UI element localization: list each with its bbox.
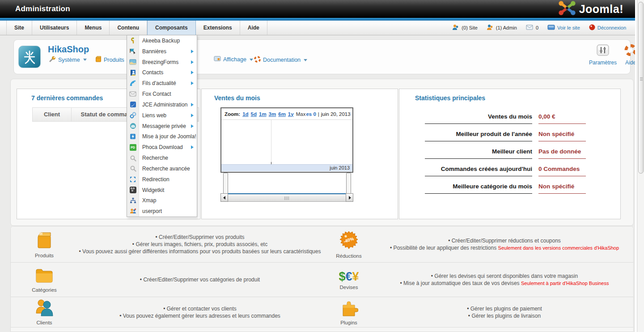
stat-value: Non spécifié [538, 131, 586, 141]
phoca-download-icon: PD [129, 144, 136, 151]
chart-scroll-grip[interactable] [284, 196, 290, 200]
chart-scroll-track[interactable] [228, 193, 346, 202]
plugins-shortcut[interactable]: Plugins [322, 297, 376, 327]
zoom-3m[interactable]: 3m [269, 111, 276, 117]
chart-navigator-handle-right[interactable] [346, 173, 351, 196]
tab-site[interactable]: Site [6, 21, 32, 35]
clients-shortcut[interactable]: Clients [11, 297, 78, 327]
hk-menu-documentation[interactable]: Documentation [254, 56, 307, 64]
joomla-logo-text: Joomla! [579, 3, 623, 16]
chart-plot-area [221, 120, 352, 164]
display-icon [214, 56, 221, 63]
view-site-label: Voir le site [557, 25, 580, 30]
bullet-item: Vous pouvez aussi gérer différentes info… [79, 248, 321, 255]
composants-dropdown-menu: Akeeba Backup Bannières BreezingForms Co… [127, 35, 197, 217]
bullet-item: Gérer et contacter vos clients [163, 305, 237, 312]
chart-overlay-text: es 0 [306, 111, 316, 117]
zoom-5d[interactable]: 5d [251, 111, 257, 117]
stat-row: Meilleur produit de l'année Non spécifié [425, 124, 586, 141]
tab-composants[interactable]: Composants [147, 21, 196, 35]
chart-axis-tick [271, 162, 271, 164]
view-site-link[interactable]: Voir le site [547, 25, 580, 31]
rss-icon [129, 80, 136, 87]
menu-item-phoca-download[interactable]: PD Phoca Download [127, 142, 197, 153]
chart-scroll-right-button[interactable] [346, 193, 353, 202]
orders-col-client[interactable]: Client [32, 107, 72, 122]
menu-item-fox-contact[interactable]: Fox Contact [127, 89, 197, 99]
submenu-arrow-icon [191, 145, 194, 149]
vertical-scrollbar-track[interactable] [637, 0, 644, 332]
menu-item-widgetkit[interactable]: Widgetkit [127, 185, 197, 196]
zoom-1d[interactable]: 1d [242, 111, 248, 117]
discount-badge-icon: -40% [339, 230, 359, 252]
menu-item-userport[interactable]: userport [127, 206, 197, 217]
products-description: Créer/Editer/Supprimer vos produits Gére… [78, 226, 322, 262]
logout-link[interactable]: Déconnexion [589, 24, 626, 31]
submenu-arrow-icon [191, 60, 194, 64]
shortcuts-area: Produits Créer/Editer/Supprimer vos prod… [10, 226, 634, 332]
tab-utilisateurs[interactable]: Utilisateurs [32, 21, 77, 35]
stat-value: Non spécifié [538, 183, 586, 194]
menu-item-breezingforms[interactable]: BreezingForms [127, 57, 197, 68]
currencies-shortcut[interactable]: $€¥ Devises [322, 263, 376, 297]
tab-extensions[interactable]: Extensions [196, 21, 240, 35]
zoom-label: Zoom: [225, 111, 240, 117]
categories-description: Créer/Editer/Supprimer vos catégories de… [78, 263, 322, 297]
menu-item-akeeba-backup[interactable]: Akeeba Backup [127, 35, 197, 46]
menu-item-fils-actualite[interactable]: Fils d'actualité [127, 78, 197, 89]
scrollbar-grip-icon [640, 77, 643, 81]
menu-item-contacts[interactable]: Contacts [127, 67, 197, 78]
menu-item-liens-web[interactable]: Liens web [127, 110, 197, 121]
zoom-1y[interactable]: 1y [288, 111, 294, 117]
orders-title: 7 dernières commandes [31, 94, 103, 102]
stat-row: Commandes créées aujourd'hui 0 Commandes [425, 159, 586, 176]
hk-menu-systeme[interactable]: Système [49, 56, 87, 64]
sales-chart: Zoom: 1d 5d 1m 3m 6m 1y Max es 0 | juin … [220, 107, 353, 173]
tab-aide[interactable]: Aide [240, 21, 267, 35]
puzzle-icon [339, 299, 358, 319]
zoom-1m[interactable]: 1m [259, 111, 267, 117]
chevron-down-icon [304, 59, 307, 61]
menu-item-xmap[interactable]: Xmap [127, 195, 197, 206]
submenu-arrow-icon [191, 103, 194, 106]
chart-scroll-left-button[interactable] [220, 193, 228, 202]
vertical-scrollbar-thumb[interactable] [638, 2, 644, 174]
hk-menu-affichage[interactable]: Affichage [214, 56, 253, 63]
status-bar: (0) Site (1) Admin 0 Voir le site Déconn… [452, 21, 626, 35]
menu-item-mise-a-jour-joomla[interactable]: Mise à jour de Joomla! [127, 131, 197, 142]
admin-online-status[interactable]: (1) Admin [487, 24, 517, 31]
products-shortcut[interactable]: Produits [11, 226, 78, 262]
bullet-item: Gérer leurs images, fichiers, prix, prod… [132, 241, 267, 248]
menu-item-bannieres[interactable]: Bannières [127, 46, 197, 57]
messages-status[interactable]: 0 [526, 25, 538, 31]
admin-online-label: (1) Admin [496, 25, 517, 30]
tab-menus[interactable]: Menus [77, 21, 110, 35]
stat-label: Ventes du mois [425, 113, 532, 124]
chart-navigator-handle-left[interactable] [223, 173, 228, 196]
stat-label: Meilleure catégorie du mois [425, 183, 532, 194]
userport-icon [129, 208, 136, 215]
menu-item-recherche-avancee[interactable]: Recherche avancée [127, 163, 197, 174]
discounts-shortcut[interactable]: -40% Réductions [322, 226, 376, 262]
menu-item-redirection[interactable]: Redirection [127, 174, 197, 185]
hk-menu-produits[interactable]: Produits [95, 56, 131, 64]
lifesaver-small-icon [254, 56, 261, 64]
menu-item-messagerie-privee[interactable]: Messagerie privée [127, 121, 197, 132]
page-title: Administration [15, 0, 70, 18]
hikashop-title: HikaShop [48, 44, 89, 55]
stat-label: Commandes créées aujourd'hui [425, 166, 532, 176]
site-online-status[interactable]: (0) Site [452, 24, 477, 31]
zoom-max[interactable]: Max [296, 111, 306, 117]
zoom-6m[interactable]: 6m [278, 111, 286, 117]
joomla-logo-icon [558, 1, 576, 17]
tab-contenu[interactable]: Contenu [110, 21, 147, 35]
logout-icon [589, 24, 595, 31]
links-icon [129, 112, 136, 119]
discounts-description: Créer/Editer/Supprimer réductions et cou… [376, 226, 633, 262]
settings-button[interactable]: Paramètres [587, 44, 619, 66]
bullet-item: Gérer les devises qui seront disponibles… [431, 272, 578, 280]
categories-shortcut[interactable]: Catégories [11, 263, 78, 297]
menu-item-recherche[interactable]: Recherche [127, 153, 197, 163]
menu-item-jce-administration[interactable]: JCE Administration [127, 99, 197, 110]
joomla-menubar: Site Utilisateurs Menus Contenu Composan… [0, 21, 636, 35]
